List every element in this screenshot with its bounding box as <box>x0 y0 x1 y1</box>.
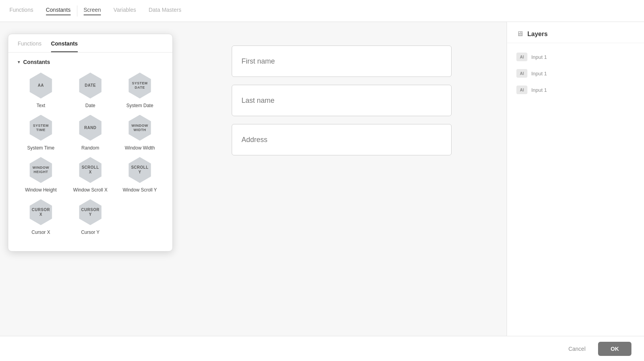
layer-name: Input 1 <box>531 54 547 60</box>
right-nav-tabs: Screen Variables Data Masters <box>84 7 181 15</box>
hexagon-cursor-x-wrapper: CURSORX <box>27 198 55 226</box>
tab-constants[interactable]: Constants <box>46 7 71 15</box>
hexagon-scroll-x-shape: SCROLLX <box>77 157 103 183</box>
constant-scroll-x[interactable]: SCROLLX Window Scroll X <box>67 156 113 193</box>
layers-header: 🖥 Layers <box>507 22 644 43</box>
layer-name: Input 1 <box>531 71 547 77</box>
constant-scroll-y[interactable]: SCROLLY Window Scroll Y <box>117 156 163 193</box>
right-panel: 🖥 Layers AI Input 1 AI Input 1 AI Input … <box>507 22 644 361</box>
hexagon-text-shape: AA <box>28 73 54 98</box>
tab-functions[interactable]: Functions <box>9 7 33 15</box>
hexagon-system-time-shape: SYSTEMTIME <box>28 115 54 141</box>
section-header: ▾ Constants <box>18 59 163 65</box>
hexagon-date-wrapper: DATE <box>76 71 104 100</box>
constants-grid: AA Text DATE Date <box>18 71 163 235</box>
ok-button[interactable]: OK <box>598 342 631 356</box>
constant-date-label: Date <box>85 103 95 109</box>
tab-data-masters[interactable]: Data Masters <box>148 7 181 15</box>
tab-screen[interactable]: Screen <box>84 7 101 15</box>
popup-tab-functions[interactable]: Functions <box>18 40 42 52</box>
address-input[interactable] <box>232 124 452 155</box>
form-fields <box>232 46 452 155</box>
ai-badge: AI <box>516 69 527 78</box>
popup-tab-constants[interactable]: Constants <box>51 40 78 52</box>
layers-list: AI Input 1 AI Input 1 AI Input 1 <box>507 43 644 104</box>
hexagon-random-label: RAND <box>84 126 97 130</box>
constant-window-height[interactable]: WINDOWHEIGHT Window Height <box>18 156 64 193</box>
section-label: Constants <box>23 59 50 65</box>
hexagon-date-label: DATE <box>85 83 96 88</box>
hexagon-cursor-x-label: CURSORX <box>32 208 50 217</box>
left-panel: Functions Constants ▾ Constants AA <box>0 22 177 361</box>
layer-item[interactable]: AI Input 1 <box>507 66 644 81</box>
chevron-down-icon: ▾ <box>18 59 20 65</box>
constant-date[interactable]: DATE Date <box>67 71 113 109</box>
nav-separator <box>77 5 77 16</box>
hexagon-date-shape: DATE <box>77 73 103 98</box>
hexagon-scroll-y-label: SCROLLY <box>131 165 148 175</box>
monitor-icon: 🖥 <box>516 30 523 38</box>
last-name-input[interactable] <box>232 85 452 116</box>
constant-text-label: Text <box>37 103 45 109</box>
hexagon-window-height-shape: WINDOWHEIGHT <box>28 157 54 183</box>
layer-name: Input 1 <box>531 87 547 93</box>
hexagon-scroll-y-shape: SCROLLY <box>127 157 153 183</box>
hexagon-window-width-label: WINDOWWIDTH <box>132 124 148 132</box>
hexagon-scroll-x-label: SCROLLX <box>82 165 99 175</box>
main-layout: Functions Constants ▾ Constants AA <box>0 22 644 361</box>
constant-cursor-y[interactable]: CURSORY Cursor Y <box>67 198 113 236</box>
constant-text[interactable]: AA Text <box>18 71 64 109</box>
constant-system-time[interactable]: SYSTEMTIME System Time <box>18 114 64 151</box>
constant-system-date[interactable]: SYSTEMDATE System Date <box>117 71 163 109</box>
constant-random-label: Random <box>81 145 99 151</box>
hexagon-text-wrapper: AA <box>27 71 55 100</box>
hexagon-cursor-y-wrapper: CURSORY <box>76 198 104 226</box>
hexagon-system-time-label: SYSTEMTIME <box>33 124 49 132</box>
layers-title: Layers <box>527 31 548 38</box>
hexagon-scroll-y-wrapper: SCROLLY <box>126 156 154 184</box>
hexagon-scroll-x-wrapper: SCROLLX <box>76 156 104 184</box>
hexagon-cursor-y-shape: CURSORY <box>77 199 103 225</box>
hexagon-random-shape: RAND <box>77 115 103 141</box>
hexagon-system-date-shape: SYSTEMDATE <box>127 73 153 98</box>
constant-random[interactable]: RAND Random <box>67 114 113 151</box>
hexagon-random-wrapper: RAND <box>76 114 104 142</box>
hexagon-cursor-y-label: CURSORY <box>81 208 99 217</box>
hexagon-system-time-wrapper: SYSTEMTIME <box>27 114 55 142</box>
hexagon-system-date-label: SYSTEMDATE <box>132 81 148 90</box>
hexagon-text-label: AA <box>38 83 44 88</box>
popup-body: ▾ Constants AA Text <box>8 53 172 242</box>
ai-badge: AI <box>516 86 527 94</box>
cancel-button[interactable]: Cancel <box>562 343 592 355</box>
hexagon-system-date-wrapper: SYSTEMDATE <box>126 71 154 100</box>
constant-cursor-x[interactable]: CURSORX Cursor X <box>18 198 64 236</box>
constant-window-height-label: Window Height <box>25 187 57 193</box>
constant-system-time-label: System Time <box>27 145 54 151</box>
constant-scroll-x-label: Window Scroll X <box>73 187 107 193</box>
constant-window-width[interactable]: WINDOWWIDTH Window Width <box>117 114 163 151</box>
tab-variables[interactable]: Variables <box>113 7 136 15</box>
ai-badge: AI <box>516 53 527 61</box>
constant-cursor-y-label: Cursor Y <box>81 230 99 236</box>
hexagon-cursor-x-shape: CURSORX <box>28 199 54 225</box>
left-nav-tabs: Functions Constants <box>9 7 71 15</box>
center-content: oom 100.0% 75.0% 50.0% 150.0% 200.0% <box>177 22 507 361</box>
top-nav: Functions Constants Screen Variables Dat… <box>0 0 644 22</box>
constant-cursor-x-label: Cursor X <box>31 230 50 236</box>
layer-item[interactable]: AI Input 1 <box>507 49 644 64</box>
constant-scroll-y-label: Window Scroll Y <box>123 187 157 193</box>
hexagon-window-height-wrapper: WINDOWHEIGHT <box>27 156 55 184</box>
constant-system-date-label: System Date <box>126 103 154 109</box>
layer-item[interactable]: AI Input 1 <box>507 82 644 97</box>
constants-popup: Functions Constants ▾ Constants AA <box>8 34 173 252</box>
hexagon-window-width-shape: WINDOWWIDTH <box>127 115 153 141</box>
first-name-input[interactable] <box>232 46 452 77</box>
hexagon-window-width-wrapper: WINDOWWIDTH <box>126 114 154 142</box>
constant-window-width-label: Window Width <box>125 145 155 151</box>
hexagon-window-height-label: WINDOWHEIGHT <box>33 166 49 174</box>
popup-tabs: Functions Constants <box>8 34 172 53</box>
bottom-bar: Cancel OK <box>0 336 644 361</box>
